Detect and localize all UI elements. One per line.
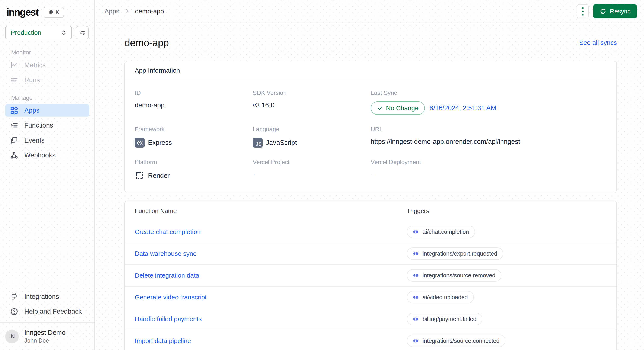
- sidebar-item-webhooks[interactable]: Webhooks: [5, 149, 89, 162]
- function-link[interactable]: Create chat completion: [135, 228, 407, 235]
- function-link[interactable]: Handle failed payments: [135, 315, 407, 323]
- runs-list-icon: [10, 76, 18, 84]
- environment-select[interactable]: Production: [5, 26, 72, 39]
- avatar: IN: [5, 330, 19, 343]
- column-function-name: Function Name: [135, 207, 407, 215]
- sidebar: inngest ⌘ K Production Monitor: [0, 0, 95, 350]
- table-row[interactable]: Import data pipeline integrations/source…: [125, 330, 616, 350]
- breadcrumb-apps[interactable]: Apps: [105, 8, 119, 15]
- trigger-label: ai/video.uploaded: [422, 294, 468, 301]
- sidebar-item-functions[interactable]: Functions: [5, 119, 89, 132]
- event-trigger-icon: [413, 337, 419, 344]
- field-sdk-version: SDK Version v3.16.0: [253, 90, 371, 115]
- field-value: JavaScript: [266, 139, 297, 147]
- express-icon: ex: [135, 138, 144, 148]
- page-title: demo-app: [124, 37, 169, 49]
- user-menu[interactable]: IN Inngest Demo John Doe: [5, 323, 89, 346]
- sidebar-item-label: Runs: [24, 76, 40, 84]
- sidebar-item-metrics[interactable]: Metrics: [5, 59, 89, 71]
- event-trigger-icon: [413, 294, 419, 300]
- trigger-badge[interactable]: ai/video.uploaded: [407, 291, 474, 303]
- function-link[interactable]: Data warehouse sync: [135, 250, 407, 257]
- field-label: ID: [135, 90, 253, 96]
- breadcrumb: Apps demo-app: [105, 8, 164, 15]
- trigger-badge[interactable]: ai/chat.completion: [407, 226, 475, 238]
- field-label: Last Sync: [371, 90, 607, 96]
- badge-label: No Change: [386, 105, 418, 112]
- table-row[interactable]: Generate video transcript ai/video.uploa…: [125, 286, 616, 308]
- webhook-icon: [10, 151, 18, 160]
- see-all-syncs-link[interactable]: See all syncs: [579, 39, 617, 46]
- field-value: v3.16.0: [253, 102, 371, 109]
- trigger-label: integrations/source.removed: [422, 272, 496, 279]
- sidebar-item-apps[interactable]: Apps: [5, 104, 89, 117]
- breadcrumb-current: demo-app: [135, 8, 164, 15]
- function-link[interactable]: Import data pipeline: [135, 337, 407, 344]
- table-row[interactable]: Data warehouse sync integrations/export.…: [125, 243, 616, 265]
- kebab-dot: [582, 7, 584, 9]
- command-k-shortcut[interactable]: ⌘ K: [44, 7, 64, 18]
- sync-icon: [600, 8, 606, 15]
- section-label-manage: Manage: [11, 95, 89, 101]
- table-header-row: Function Name Triggers: [125, 201, 616, 221]
- field-label: Language: [253, 126, 371, 133]
- field-label: SDK Version: [253, 90, 371, 96]
- field-framework: Framework ex Express: [135, 126, 253, 148]
- sidebar-item-help[interactable]: Help and Feedback: [5, 305, 89, 318]
- logo-row: inngest ⌘ K: [0, 0, 94, 20]
- table-row[interactable]: Delete integration data integrations/sou…: [125, 265, 616, 286]
- sidebar-item-label: Apps: [24, 107, 40, 114]
- kebab-dot: [582, 11, 584, 12]
- no-change-badge[interactable]: No Change: [371, 102, 425, 115]
- apps-grid-icon: [10, 106, 18, 115]
- field-url: URL https://inngest-demo-app.onrender.co…: [371, 126, 607, 148]
- field-value: https://inngest-demo-app.onrender.com/ap…: [371, 138, 607, 146]
- field-label: Vercel Deployment: [371, 159, 607, 166]
- plug-icon: [10, 292, 18, 301]
- sidebar-item-runs[interactable]: Runs: [5, 74, 89, 86]
- sidebar-nav: Monitor Metrics Runs Manage: [0, 39, 94, 164]
- inngest-logo: inngest: [6, 7, 38, 18]
- field-last-sync: Last Sync No Change 8/16/2024, 2:51:31 A…: [371, 90, 607, 115]
- last-sync-timestamp-link[interactable]: 8/16/2024, 2:51:31 AM: [430, 104, 496, 112]
- section-label-monitor: Monitor: [11, 49, 89, 56]
- trigger-label: integrations/export.requested: [422, 250, 497, 257]
- field-language: Language JS JavaScript: [253, 126, 371, 148]
- field-label: Vercel Project: [253, 159, 371, 166]
- field-vercel-project: Vercel Project -: [253, 159, 371, 181]
- field-vercel-deployment: Vercel Deployment -: [371, 159, 607, 181]
- resync-label: Resync: [610, 8, 630, 15]
- field-value: -: [371, 171, 607, 178]
- functions-table: Function Name Triggers Create chat compl…: [124, 201, 617, 350]
- trigger-label: integrations/source.connected: [422, 337, 500, 344]
- trigger-badge[interactable]: billing/payment.failed: [407, 313, 482, 325]
- field-label: Platform: [135, 159, 253, 166]
- table-row[interactable]: Create chat completion ai/chat.completio…: [125, 221, 616, 243]
- check-icon: [377, 105, 383, 111]
- function-link[interactable]: Delete integration data: [135, 272, 407, 279]
- app-information-card: App Information ID demo-app SDK Version …: [124, 61, 617, 193]
- function-link[interactable]: Generate video transcript: [135, 294, 407, 301]
- trigger-badge[interactable]: integrations/source.connected: [407, 335, 506, 347]
- card-title: App Information: [135, 67, 607, 74]
- trigger-badge[interactable]: integrations/export.requested: [407, 247, 503, 260]
- sidebar-item-label: Integrations: [24, 293, 59, 300]
- field-label: Framework: [135, 126, 253, 133]
- field-value: Render: [148, 172, 170, 179]
- resync-button[interactable]: Resync: [593, 4, 637, 18]
- sidebar-item-label: Metrics: [24, 61, 46, 69]
- event-trigger-icon: [413, 316, 419, 322]
- environment-settings-button[interactable]: [76, 26, 89, 39]
- sidebar-item-events[interactable]: Events: [5, 134, 89, 147]
- more-options-button[interactable]: [576, 4, 589, 18]
- sidebar-item-label: Help and Feedback: [24, 308, 82, 315]
- chevron-right-icon: [124, 8, 130, 15]
- table-row[interactable]: Handle failed payments billing/payment.f…: [125, 308, 616, 330]
- chevron-up-down-icon: [60, 29, 68, 36]
- sidebar-item-integrations[interactable]: Integrations: [5, 290, 89, 303]
- environment-label: Production: [11, 29, 41, 36]
- events-windows-icon: [10, 136, 18, 145]
- trigger-badge[interactable]: integrations/source.removed: [407, 269, 501, 282]
- field-platform: Platform Render: [135, 159, 253, 181]
- sliders-icon: [78, 29, 86, 36]
